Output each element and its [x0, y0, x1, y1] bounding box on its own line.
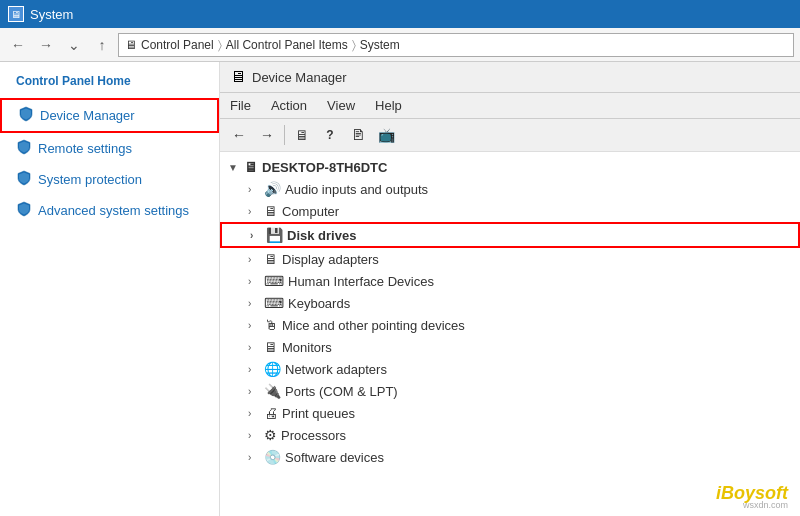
crumb-3: System	[360, 38, 400, 52]
tb-help[interactable]: ?	[317, 123, 343, 147]
menu-file[interactable]: File	[220, 95, 261, 116]
tree-item-label: Display adapters	[282, 252, 379, 267]
tree-item-icon: ⌨	[264, 295, 284, 311]
tree-item-label: Audio inputs and outputs	[285, 182, 428, 197]
tree-item-chevron: ›	[248, 430, 260, 441]
sidebar-item-label: Remote settings	[38, 141, 132, 156]
tree-item[interactable]: ›⚙Processors	[220, 424, 800, 446]
tree-item[interactable]: ›🌐Network adapters	[220, 358, 800, 380]
root-chevron: ▼	[228, 162, 240, 173]
shield-icon	[18, 106, 34, 125]
sidebar-item-system-protection[interactable]: System protection	[0, 164, 219, 195]
tree-item[interactable]: ›🖱Mice and other pointing devices	[220, 314, 800, 336]
right-panel: 🖥 Device Manager File Action View Help ←…	[220, 62, 800, 516]
crumb-2: All Control Panel Items	[226, 38, 348, 52]
tb-back[interactable]: ←	[226, 123, 252, 147]
tree-item[interactable]: ›💾Disk drives	[220, 222, 800, 248]
tree-item-label: Print queues	[282, 406, 355, 421]
left-panel: Control Panel Home Device Manager Remote…	[0, 62, 220, 516]
sidebar-item-remote-settings[interactable]: Remote settings	[0, 133, 219, 164]
sep-1: 〉	[218, 38, 222, 52]
tb-sep-1	[284, 125, 285, 145]
tree-item-label: Computer	[282, 204, 339, 219]
tree-item-label: Processors	[281, 428, 346, 443]
tree-root[interactable]: ▼ 🖥 DESKTOP-8TH6DTC	[220, 156, 800, 178]
crumb-1: Control Panel	[141, 38, 214, 52]
menu-action[interactable]: Action	[261, 95, 317, 116]
tb-screen[interactable]: 📺	[373, 123, 399, 147]
tree-item-icon: 💾	[266, 227, 283, 243]
tree-item-label: Mice and other pointing devices	[282, 318, 465, 333]
tree-view: ▼ 🖥 DESKTOP-8TH6DTC ›🔊Audio inputs and o…	[220, 152, 800, 516]
tree-item-chevron: ›	[248, 254, 260, 265]
tree-item-icon: 💿	[264, 449, 281, 465]
address-bar: ← → ⌄ ↑ 🖥 Control Panel 〉 All Control Pa…	[0, 28, 800, 62]
left-panel-title: Control Panel Home	[0, 74, 219, 98]
shield-icon	[16, 139, 32, 158]
dm-title-bar: 🖥 Device Manager	[220, 62, 800, 93]
sidebar-item-label: Advanced system settings	[38, 203, 189, 218]
tree-item-chevron: ›	[250, 230, 262, 241]
root-label: DESKTOP-8TH6DTC	[262, 160, 387, 175]
tree-item-icon: 🖥	[264, 251, 278, 267]
tree-item-label: Network adapters	[285, 362, 387, 377]
sidebar-item-label: System protection	[38, 172, 142, 187]
tree-item-icon: 🖨	[264, 405, 278, 421]
tree-item[interactable]: ›🖥Monitors	[220, 336, 800, 358]
root-icon: 🖥	[244, 159, 258, 175]
tree-item-chevron: ›	[248, 342, 260, 353]
tree-item-chevron: ›	[248, 364, 260, 375]
tree-item-chevron: ›	[248, 320, 260, 331]
tree-item-chevron: ›	[248, 184, 260, 195]
tree-item[interactable]: ›⌨Human Interface Devices	[220, 270, 800, 292]
dropdown-button[interactable]: ⌄	[62, 33, 86, 57]
tb-monitor[interactable]: 🖥	[289, 123, 315, 147]
watermark-sub: wsxdn.com	[743, 500, 788, 510]
tree-item-icon: 🖥	[264, 203, 278, 219]
menu-help[interactable]: Help	[365, 95, 412, 116]
tree-item[interactable]: ›🔌Ports (COM & LPT)	[220, 380, 800, 402]
tree-item[interactable]: ›🖨Print queues	[220, 402, 800, 424]
back-button[interactable]: ←	[6, 33, 30, 57]
tree-item-icon: 🔌	[264, 383, 281, 399]
menu-bar: File Action View Help	[220, 93, 800, 119]
sidebar-item-device-manager[interactable]: Device Manager	[0, 98, 219, 133]
tree-item-label: Keyboards	[288, 296, 350, 311]
tree-item-icon: 🔊	[264, 181, 281, 197]
tree-item-label: Disk drives	[287, 228, 356, 243]
toolbar: ← → 🖥 ? 🖹 📺	[220, 119, 800, 152]
tb-list[interactable]: 🖹	[345, 123, 371, 147]
up-button[interactable]: ↑	[90, 33, 114, 57]
sep-2: 〉	[352, 38, 356, 52]
tree-item-chevron: ›	[248, 386, 260, 397]
tree-item[interactable]: ›🔊Audio inputs and outputs	[220, 178, 800, 200]
shield-icon	[16, 201, 32, 220]
tb-forward[interactable]: →	[254, 123, 280, 147]
sidebar-item-label: Device Manager	[40, 108, 135, 123]
shield-icon	[16, 170, 32, 189]
tree-item-icon: 🌐	[264, 361, 281, 377]
tree-item-chevron: ›	[248, 452, 260, 463]
tree-item[interactable]: ›🖥Computer	[220, 200, 800, 222]
tree-item[interactable]: ›🖥Display adapters	[220, 248, 800, 270]
tree-item[interactable]: ›⌨Keyboards	[220, 292, 800, 314]
tree-item-chevron: ›	[248, 276, 260, 287]
menu-view[interactable]: View	[317, 95, 365, 116]
tree-item-icon: 🖥	[264, 339, 278, 355]
tree-item-label: Human Interface Devices	[288, 274, 434, 289]
tree-item-chevron: ›	[248, 408, 260, 419]
title-bar-label: System	[30, 7, 73, 22]
dm-title: Device Manager	[252, 70, 347, 85]
forward-button[interactable]: →	[34, 33, 58, 57]
tree-item-label: Monitors	[282, 340, 332, 355]
tree-item-label: Ports (COM & LPT)	[285, 384, 398, 399]
tree-item-icon: ⌨	[264, 273, 284, 289]
address-icon: 🖥	[125, 38, 137, 52]
title-bar: 🖥 System	[0, 0, 800, 28]
address-box: 🖥 Control Panel 〉 All Control Panel Item…	[118, 33, 794, 57]
sidebar-item-advanced-system-settings[interactable]: Advanced system settings	[0, 195, 219, 226]
tree-item-icon: 🖱	[264, 317, 278, 333]
tree-item-icon: ⚙	[264, 427, 277, 443]
tree-item[interactable]: ›💿Software devices	[220, 446, 800, 468]
title-bar-icon: 🖥	[8, 6, 24, 22]
